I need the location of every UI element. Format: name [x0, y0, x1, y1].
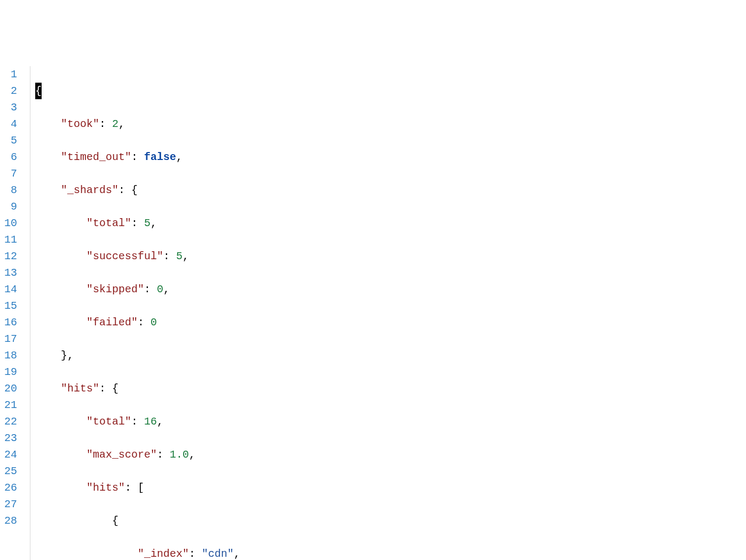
json-key: "skipped": [86, 283, 144, 295]
json-key: "took": [61, 118, 99, 130]
line-number: 28: [4, 513, 17, 529]
line-number: 23: [4, 430, 17, 446]
json-key: "total": [86, 217, 131, 229]
json-number: 16: [144, 415, 157, 428]
line-number: 27: [4, 496, 17, 513]
line-number: 16: [4, 314, 17, 331]
line-number: 9: [4, 198, 17, 215]
json-key: "hits": [61, 382, 99, 395]
line-number: 2: [4, 83, 17, 99]
json-boolean: false: [144, 151, 176, 163]
code-line[interactable]: "successful": 5,: [35, 248, 746, 265]
line-number: 3: [4, 99, 17, 116]
fold-guide-line: [30, 66, 30, 560]
json-number: 5: [176, 250, 182, 262]
line-number: 21: [4, 397, 17, 413]
line-number: 7: [4, 165, 17, 182]
line-number: 8: [4, 182, 17, 198]
line-number: 11: [4, 231, 17, 248]
line-number: 24: [4, 446, 17, 463]
json-key: "timed_out": [61, 151, 131, 163]
json-key: "total": [86, 415, 131, 428]
line-number: 26: [4, 479, 17, 496]
json-number: 0: [157, 283, 163, 295]
code-line[interactable]: "timed_out": false,: [35, 149, 746, 165]
json-key: "max_score": [86, 449, 157, 461]
code-line[interactable]: "_index": "cdn",: [35, 546, 746, 560]
code-content[interactable]: { "took": 2, "timed_out": false, "_shard…: [35, 66, 746, 560]
code-line[interactable]: "skipped": 0,: [35, 281, 746, 298]
line-number: 6: [4, 149, 17, 165]
line-number: 10: [4, 215, 17, 231]
code-line[interactable]: "hits": [: [35, 479, 746, 496]
json-key: "_index": [138, 548, 189, 560]
code-line[interactable]: "_shards": {: [35, 182, 746, 198]
code-line[interactable]: {: [35, 83, 746, 99]
json-key: "successful": [86, 250, 163, 262]
line-number: 19: [4, 364, 17, 380]
line-number: 22: [4, 413, 17, 430]
code-line[interactable]: "hits": {: [35, 380, 746, 397]
code-line[interactable]: "took": 2,: [35, 116, 746, 132]
line-number: 1: [4, 66, 17, 83]
json-key: "_shards": [61, 184, 118, 196]
code-line[interactable]: },: [35, 347, 746, 364]
line-number: 25: [4, 463, 17, 479]
fold-guide-column: [25, 66, 35, 560]
json-key: "hits": [86, 482, 125, 494]
line-number: 14: [4, 281, 17, 298]
line-number: 18: [4, 347, 17, 364]
code-line[interactable]: "total": 5,: [35, 215, 746, 231]
json-string: "cdn": [202, 548, 234, 560]
json-number: 2: [112, 118, 118, 130]
line-number: 15: [4, 298, 17, 314]
json-number: 0: [150, 316, 157, 329]
line-number: 13: [4, 265, 17, 281]
json-number: 5: [144, 217, 150, 229]
code-editor[interactable]: 1234567891011121314151617181920212223242…: [0, 66, 746, 560]
json-number: 1.0: [170, 449, 189, 461]
line-number-gutter: 1234567891011121314151617181920212223242…: [0, 66, 25, 560]
line-number: 17: [4, 331, 17, 347]
line-number: 20: [4, 380, 17, 397]
code-line[interactable]: "max_score": 1.0,: [35, 446, 746, 463]
json-key: "failed": [86, 316, 138, 329]
code-line[interactable]: "total": 16,: [35, 413, 746, 430]
code-line[interactable]: {: [35, 513, 746, 529]
line-number: 4: [4, 116, 17, 132]
line-number: 12: [4, 248, 17, 265]
code-line[interactable]: "failed": 0: [35, 314, 746, 331]
line-number: 5: [4, 132, 17, 149]
